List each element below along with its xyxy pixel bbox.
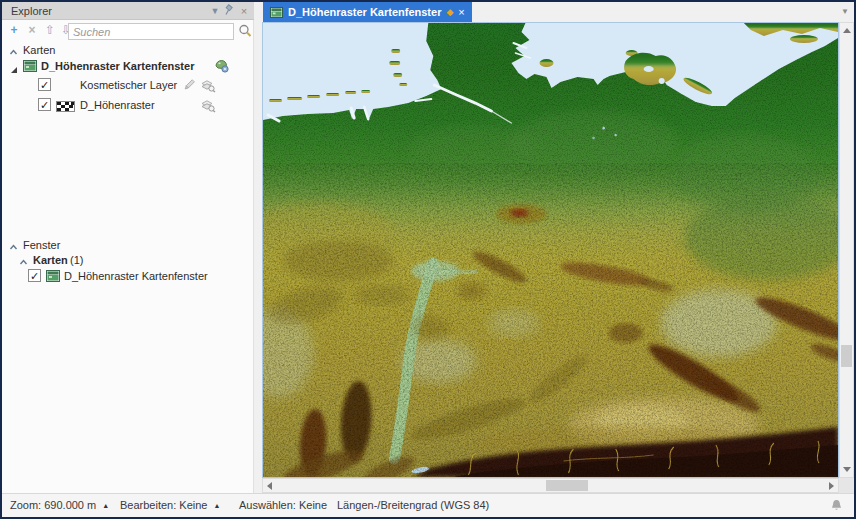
panel-menu-icon[interactable]: ▼	[208, 4, 222, 18]
search-icon[interactable]	[237, 23, 253, 41]
move-up-icon[interactable]: ⇧	[42, 22, 58, 38]
tree-group-karten[interactable]: Karten	[2, 42, 254, 58]
tab-bar: D_Höhenraster Kartenfenster ◆ × ▼	[254, 2, 854, 22]
tab-list-icon[interactable]: ▼	[841, 7, 849, 16]
status-zoom[interactable]: Zoom: 690.000 m▲	[10, 499, 109, 511]
add-icon[interactable]: +	[6, 22, 22, 38]
tree-group-fenster-karten[interactable]: Karten (1)	[2, 252, 254, 268]
map-window-label: D_Höhenraster Kartenfenster	[41, 58, 194, 74]
group-count: (1)	[70, 252, 83, 268]
document-area: D_Höhenraster Kartenfenster ◆ × ▼	[254, 2, 854, 493]
vertical-scrollbar[interactable]	[839, 22, 854, 478]
explorer-toolbar: + × ⇧ ⇩	[2, 21, 254, 41]
map-window-icon	[46, 270, 60, 286]
tree-item-map-window[interactable]: D_Höhenraster Kartenfenster	[2, 58, 254, 75]
notifications-bell-icon[interactable]	[829, 498, 844, 515]
layer-label: D_Höhenraster	[80, 97, 155, 113]
raster-layer-checkbox[interactable]: ✓	[38, 98, 51, 111]
group-label: Fenster	[23, 237, 60, 253]
scroll-down-icon[interactable]	[843, 467, 851, 472]
collapse-chevron-icon[interactable]	[9, 240, 19, 250]
pin-icon[interactable]	[222, 4, 236, 18]
edit-pencil-icon[interactable]	[182, 78, 198, 92]
scroll-up-icon[interactable]	[843, 28, 851, 33]
search-input[interactable]	[68, 23, 234, 40]
expanded-triangle-icon[interactable]	[10, 62, 18, 70]
tree-item-fenster-map[interactable]: ✓ D_Höhenraster Kartenfenster	[2, 268, 254, 285]
vertical-scroll-thumb[interactable]	[841, 345, 852, 367]
status-edit-label: Bearbeiten: Keine	[120, 499, 207, 511]
group-label: Karten	[33, 252, 68, 268]
map-viewport	[262, 22, 839, 478]
explorer-title: Explorer	[11, 5, 52, 17]
status-zoom-label: Zoom: 690.000 m	[10, 499, 96, 511]
status-bar: Zoom: 690.000 m▲ Bearbeiten: Keine▲ Ausw…	[2, 493, 854, 517]
layer-zoom-icon[interactable]	[200, 98, 216, 112]
explorer-panel: Explorer ▼ × + × ⇧ ⇩ Karten	[2, 2, 254, 493]
status-select-label: Auswählen: Keine	[239, 499, 327, 511]
horizontal-scrollbar[interactable]	[262, 478, 839, 493]
remove-icon[interactable]: ×	[24, 22, 40, 38]
status-select: Auswählen: Keine	[239, 499, 327, 511]
status-crs-label: Längen-/Breitengrad (WGS 84)	[337, 499, 489, 511]
map-window-icon	[270, 7, 283, 18]
tab-title: D_Höhenraster Kartenfenster	[288, 6, 441, 18]
scroll-right-icon[interactable]	[829, 482, 834, 490]
horizontal-scroll-thumb[interactable]	[546, 480, 588, 491]
map-window-icon	[23, 60, 37, 76]
tree-item-raster-layer[interactable]: ✓ D_Höhenraster	[2, 97, 254, 114]
status-edit[interactable]: Bearbeiten: Keine▲	[120, 499, 220, 511]
collapse-chevron-icon[interactable]	[19, 255, 29, 265]
modified-diamond-icon: ◆	[446, 7, 453, 17]
panel-close-icon[interactable]: ×	[237, 4, 251, 18]
layer-label: Kosmetischer Layer	[80, 77, 177, 93]
tab-map-window[interactable]: D_Höhenraster Kartenfenster ◆ ×	[263, 2, 472, 22]
tree-item-cosmetic-layer[interactable]: ✓ Kosmetischer Layer	[2, 77, 254, 94]
scrollbar-corner	[839, 478, 854, 493]
fenster-map-label: D_Höhenraster Kartenfenster	[64, 268, 208, 284]
layer-zoom-icon[interactable]	[200, 78, 216, 92]
tab-close-icon[interactable]: ×	[458, 7, 464, 18]
cosmetic-layer-checkbox[interactable]: ✓	[38, 78, 51, 91]
app-window: Explorer ▼ × + × ⇧ ⇩ Karten	[0, 0, 856, 519]
scroll-left-icon[interactable]	[267, 482, 272, 490]
map-canvas[interactable]	[263, 23, 838, 477]
map-properties-icon[interactable]	[214, 59, 230, 73]
dropdown-arrow-icon: ▲	[102, 502, 109, 509]
group-label: Karten	[23, 42, 55, 58]
fenster-map-checkbox[interactable]: ✓	[28, 269, 41, 282]
tree-group-fenster[interactable]: Fenster	[2, 237, 254, 253]
collapse-chevron-icon[interactable]	[9, 45, 19, 55]
raster-checker-icon	[56, 100, 75, 116]
explorer-header: Explorer ▼ ×	[2, 2, 254, 20]
dropdown-arrow-icon: ▲	[213, 502, 220, 509]
status-crs[interactable]: Längen-/Breitengrad (WGS 84)	[337, 499, 489, 511]
